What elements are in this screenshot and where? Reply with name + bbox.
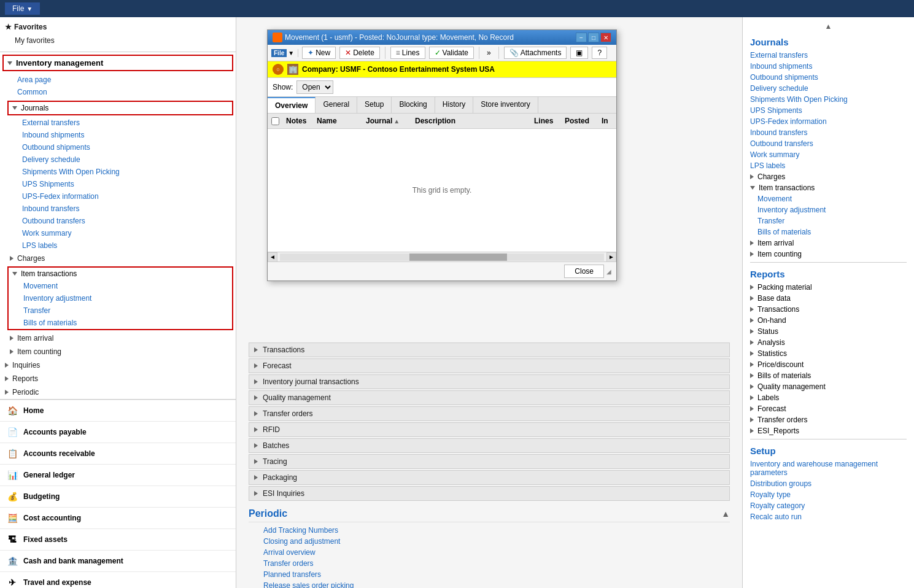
link-transfer-orders[interactable]: Transfer orders <box>263 558 715 569</box>
sidebar-item-cash-bank[interactable]: 🏦 Cash and bank management <box>0 550 236 571</box>
right-transactions[interactable]: Transactions <box>750 304 907 315</box>
sidebar-item-ups-shipments[interactable]: UPS Shipments <box>0 178 236 190</box>
right-charges-header[interactable]: Charges <box>750 171 907 182</box>
sidebar-item-shipments-open-picking[interactable]: Shipments With Open Picking <box>0 166 236 178</box>
sidebar-item-cost-accounting[interactable]: 🧮 Cost accounting <box>0 507 236 528</box>
help-button[interactable]: ? <box>592 47 607 59</box>
section-transfer-orders[interactable]: Transfer orders <box>249 406 730 421</box>
journals-header[interactable]: Journals <box>7 101 233 115</box>
reports-header[interactable]: Reports <box>0 372 236 385</box>
scroll-up-indicator[interactable]: ▲ <box>750 22 907 31</box>
right-link-inbound-shipments[interactable]: Inbound shipments <box>750 61 907 72</box>
right-price-discount[interactable]: Price/discount <box>750 359 907 370</box>
sidebar-item-lps-labels[interactable]: LPS labels <box>0 239 236 252</box>
right-link-inbound-transfers[interactable]: Inbound transfers <box>750 127 907 138</box>
scroll-track[interactable] <box>280 253 604 261</box>
link-add-tracking[interactable]: Add Tracking Numbers <box>263 525 715 536</box>
right-link-external-transfers[interactable]: External transfers <box>750 50 907 61</box>
right-on-hand[interactable]: On-hand <box>750 315 907 326</box>
right-link-inventory-adjustment[interactable]: Inventory adjustment <box>750 204 907 215</box>
right-bom[interactable]: Bills of materials <box>750 370 907 381</box>
modal-maximize-button[interactable]: □ <box>588 33 599 42</box>
scroll-left-btn[interactable]: ◄ <box>268 252 277 262</box>
delete-button[interactable]: ✕ Delete <box>339 47 380 59</box>
sidebar-item-general-ledger[interactable]: 📊 General ledger <box>0 464 236 485</box>
validate-button[interactable]: ✓ Validate <box>429 47 474 59</box>
sidebar-item-accounts-receivable[interactable]: 📋 Accounts receivable <box>0 443 236 464</box>
right-status[interactable]: Status <box>750 326 907 337</box>
right-statistics[interactable]: Statistics <box>750 348 907 359</box>
section-transactions[interactable]: Transactions <box>249 342 730 357</box>
section-tracing[interactable]: Tracing <box>249 454 730 469</box>
periodic-header[interactable]: Periodic <box>0 385 236 399</box>
item-arrival-header[interactable]: Item arrival <box>0 331 236 345</box>
sidebar-item-inventory-adjustment[interactable]: Inventory adjustment <box>9 292 232 304</box>
right-quality-mgmt[interactable]: Quality management <box>750 381 907 392</box>
right-link-royalty-type[interactable]: Royalty type <box>750 489 907 500</box>
sidebar-item-outbound-transfers[interactable]: Outbound transfers <box>0 215 236 227</box>
tab-setup[interactable]: Setup <box>357 97 392 113</box>
sidebar-item-ups-fedex[interactable]: UPS-Fedex information <box>0 190 236 203</box>
right-labels[interactable]: Labels <box>750 392 907 403</box>
section-batches[interactable]: Batches <box>249 438 730 453</box>
link-arrival-overview[interactable]: Arrival overview <box>263 547 715 558</box>
section-packaging[interactable]: Packaging <box>249 470 730 485</box>
right-link-ups-fedex[interactable]: UPS-Fedex information <box>750 116 907 127</box>
sidebar-item-budgeting[interactable]: 💰 Budgeting <box>0 485 236 507</box>
sidebar-item-work-summary[interactable]: Work summary <box>0 227 236 239</box>
sidebar-item-inbound-shipments[interactable]: Inbound shipments <box>0 129 236 141</box>
periodic-collapse-btn[interactable]: ▲ <box>721 509 730 519</box>
more-button[interactable]: » <box>484 47 494 58</box>
sidebar-item-my-favorites[interactable]: My favorites <box>0 34 236 47</box>
right-link-distribution-groups[interactable]: Distribution groups <box>750 478 907 489</box>
sidebar-item-accounts-payable[interactable]: 📄 Accounts payable <box>0 421 236 443</box>
right-link-outbound-shipments[interactable]: Outbound shipments <box>750 72 907 83</box>
right-item-transactions-header[interactable]: Item transactions <box>750 182 907 193</box>
tab-store-inventory[interactable]: Store inventory <box>473 97 538 113</box>
close-dialog-button[interactable]: Close <box>564 265 604 278</box>
right-link-recalc-auto-run[interactable]: Recalc auto run <box>750 511 907 522</box>
sidebar-item-delivery-schedule[interactable]: Delivery schedule <box>0 153 236 166</box>
sidebar-item-area-page[interactable]: Area page <box>0 74 236 86</box>
sidebar-item-inbound-transfers[interactable]: Inbound transfers <box>0 203 236 215</box>
sidebar-item-common[interactable]: Common <box>0 86 236 98</box>
right-item-counting-header[interactable]: Item counting <box>750 249 907 260</box>
right-packing-material[interactable]: Packing material <box>750 282 907 293</box>
link-planned-transfers[interactable]: Planned transfers <box>263 569 715 580</box>
view-button[interactable]: ▣ <box>570 47 588 59</box>
section-rfid[interactable]: RFID <box>249 422 730 437</box>
lines-button[interactable]: ≡ Lines <box>390 47 425 59</box>
right-link-bills-of-materials[interactable]: Bills of materials <box>750 226 907 238</box>
item-transactions-header[interactable]: Item transactions <box>9 268 232 280</box>
attachments-button[interactable]: 📎 Attachments <box>504 47 567 59</box>
inventory-management-header[interactable]: Inventory management <box>2 55 233 71</box>
section-inventory-journal[interactable]: Inventory journal transactions <box>249 374 730 389</box>
select-all-checkbox[interactable] <box>268 117 282 125</box>
link-closing-adjustment[interactable]: Closing and adjustment <box>263 536 715 547</box>
item-counting-header[interactable]: Item counting <box>0 345 236 358</box>
col-journal[interactable]: Journal ▲ <box>362 115 411 126</box>
right-link-shipments-open-picking[interactable]: Shipments With Open Picking <box>750 94 907 105</box>
file-tab[interactable]: File <box>271 49 287 57</box>
right-analysis[interactable]: Analysis <box>750 337 907 348</box>
sidebar-item-external-transfers[interactable]: External transfers <box>0 117 236 129</box>
sidebar-item-outbound-shipments[interactable]: Outbound shipments <box>0 141 236 153</box>
file-button[interactable]: File ▼ <box>5 2 40 15</box>
new-button[interactable]: ✦ New <box>302 47 336 59</box>
right-link-work-summary[interactable]: Work summary <box>750 149 907 160</box>
section-esi-inquiries[interactable]: ESI Inquiries <box>249 486 730 501</box>
show-select[interactable]: Open <box>296 80 333 94</box>
right-link-outbound-transfers[interactable]: Outbound transfers <box>750 138 907 149</box>
sidebar-item-travel-expense[interactable]: ✈ Travel and expense <box>0 571 236 588</box>
scroll-thumb[interactable] <box>409 253 506 261</box>
sidebar-item-bills-of-materials[interactable]: Bills of materials <box>9 317 232 329</box>
tab-general[interactable]: General <box>316 97 357 113</box>
right-transfer-orders-rpt[interactable]: Transfer orders <box>750 414 907 425</box>
favorites-header[interactable]: ★ Favorites <box>0 20 236 34</box>
right-link-transfer[interactable]: Transfer <box>750 215 907 226</box>
section-quality-management[interactable]: Quality management <box>249 390 730 405</box>
right-link-lps-labels[interactable]: LPS labels <box>750 160 907 171</box>
section-forecast[interactable]: Forecast <box>249 358 730 373</box>
modal-close-button[interactable]: ✕ <box>600 33 611 42</box>
sidebar-item-movement[interactable]: Movement <box>9 280 232 292</box>
